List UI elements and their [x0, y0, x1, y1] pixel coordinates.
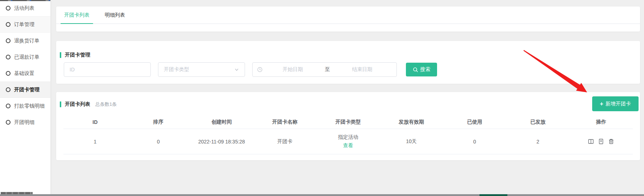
- sidebar-item-label: 退换货订单: [14, 38, 40, 44]
- list-section-title: 开团卡列表 总条数1条: [60, 101, 117, 108]
- sidebar-item-label: 已退款订单: [14, 54, 40, 61]
- cell-actions: [570, 138, 633, 145]
- circle-icon: [6, 104, 11, 108]
- sidebar-item-activity-list[interactable]: 活动列表: [0, 0, 50, 16]
- sidebar-item-payout-detail[interactable]: 打款零钱明细: [0, 98, 50, 114]
- sidebar-item-label: 活动列表: [14, 5, 34, 12]
- col-header-used: 已使用: [443, 119, 506, 125]
- card-icon[interactable]: [588, 138, 594, 145]
- sidebar-item-label: 打款零钱明细: [14, 103, 45, 109]
- col-header-type: 开团卡类型: [316, 119, 380, 125]
- cell-type: 指定活动 查看: [316, 134, 380, 149]
- id-input[interactable]: [64, 62, 151, 77]
- trash-icon[interactable]: [608, 138, 614, 145]
- groupcard-table: ID 排序 创建时间 开团卡名称 开团卡类型 发放有效期 已使用 已发放 操作 …: [63, 115, 633, 154]
- search-button-label: 搜索: [420, 66, 431, 73]
- end-date-placeholder: 结束日期: [332, 66, 392, 73]
- sidebar-item-label: 开团卡管理: [14, 87, 40, 93]
- tab-groupcard-list[interactable]: 开团卡列表: [61, 7, 93, 24]
- filter-row: 开团卡类型 开始日期 至 结束日期 搜索: [64, 62, 437, 77]
- col-header-actions: 操作: [570, 119, 633, 125]
- list-card: 开团卡列表 总条数1条 + 新增开团卡 ID 排序 创建时间 开团卡名称 开团卡…: [56, 92, 640, 160]
- tab-detail-list[interactable]: 明细列表: [101, 7, 129, 24]
- tabs-card: 开团卡列表 明细列表: [56, 7, 640, 32]
- search-icon: [413, 67, 418, 72]
- chevron-down-icon: [234, 67, 239, 72]
- sidebar-item-basic-settings[interactable]: 基础设置: [0, 65, 50, 82]
- sidebar-item-label: 开团明细: [14, 119, 34, 126]
- filter-section-title: 开团卡管理: [60, 52, 90, 58]
- accent-bar-icon: [60, 101, 61, 107]
- accent-bar-icon: [60, 52, 61, 58]
- search-button[interactable]: 搜索: [406, 63, 437, 76]
- select-placeholder: 开团卡类型: [164, 66, 234, 73]
- col-header-created: 创建时间: [190, 119, 253, 125]
- start-date-placeholder: 开始日期: [263, 66, 323, 73]
- total-count: 总条数1条: [95, 101, 117, 108]
- clipped-top-content: [0, 0, 50, 1]
- filter-title: 开团卡管理: [65, 52, 90, 58]
- sidebar: 活动列表 订单管理 退换货订单 已退款订单 基础设置 开团卡管理 打款零钱明细 …: [0, 0, 51, 196]
- sidebar-item-groupcard-management[interactable]: 开团卡管理: [0, 82, 50, 98]
- circle-icon: [6, 120, 11, 125]
- cell-validity: 10天: [380, 138, 443, 145]
- cell-issued: 2: [506, 139, 570, 145]
- col-header-id: ID: [63, 119, 127, 125]
- card-type-select[interactable]: 开团卡类型: [158, 62, 245, 77]
- list-title: 开团卡列表: [65, 101, 90, 108]
- circle-icon: [6, 22, 11, 27]
- cell-created: 2022-11-09 18:35:28: [190, 139, 253, 145]
- cell-name: 开团卡: [253, 138, 317, 145]
- clock-icon: [257, 67, 263, 72]
- document-icon[interactable]: [598, 138, 604, 145]
- cell-type-text: 指定活动: [316, 134, 380, 141]
- sidebar-item-order-management[interactable]: 订单管理: [0, 16, 50, 33]
- table-row: 1 0 2022-11-09 18:35:28 开团卡 指定活动 查看 10天 …: [63, 129, 633, 154]
- sidebar-item-group-detail[interactable]: 开团明细: [0, 114, 50, 130]
- circle-icon: [6, 71, 11, 76]
- filter-card: 开团卡管理 开团卡类型 开始日期 至 结束日期 搜索: [56, 41, 640, 84]
- circle-icon: [6, 87, 11, 92]
- date-separator: 至: [323, 66, 332, 73]
- add-button-label: 新增开团卡: [606, 101, 631, 107]
- add-groupcard-button[interactable]: + 新增开团卡: [592, 96, 639, 111]
- view-link[interactable]: 查看: [316, 142, 380, 149]
- circle-icon: [6, 55, 11, 59]
- sidebar-item-label: 基础设置: [14, 70, 34, 77]
- sidebar-item-return-orders[interactable]: 退换货订单: [0, 33, 50, 49]
- table-header-row: ID 排序 创建时间 开团卡名称 开团卡类型 发放有效期 已使用 已发放 操作: [63, 115, 633, 129]
- col-header-validity: 发放有效期: [380, 119, 443, 125]
- cell-used: 0: [443, 139, 506, 145]
- sidebar-item-refunded-orders[interactable]: 已退款订单: [0, 49, 50, 65]
- col-header-issued: 已发放: [506, 119, 570, 125]
- date-range-picker[interactable]: 开始日期 至 结束日期: [252, 62, 397, 77]
- tab-label: 明细列表: [105, 12, 125, 18]
- sidebar-item-label: 订单管理: [14, 21, 34, 28]
- horizontal-scrollbar-track[interactable]: [0, 194, 644, 196]
- cell-id: 1: [63, 139, 127, 145]
- circle-icon: [6, 6, 11, 11]
- col-header-sort: 排序: [127, 119, 190, 125]
- tab-label: 开团卡列表: [64, 12, 90, 18]
- plus-icon: +: [600, 101, 603, 107]
- cell-sort: 0: [127, 139, 190, 145]
- circle-icon: [6, 38, 11, 43]
- horizontal-scrollbar-thumb[interactable]: [479, 194, 507, 196]
- col-header-name: 开团卡名称: [253, 119, 317, 125]
- tab-bar: 开团卡列表 明细列表: [56, 7, 640, 24]
